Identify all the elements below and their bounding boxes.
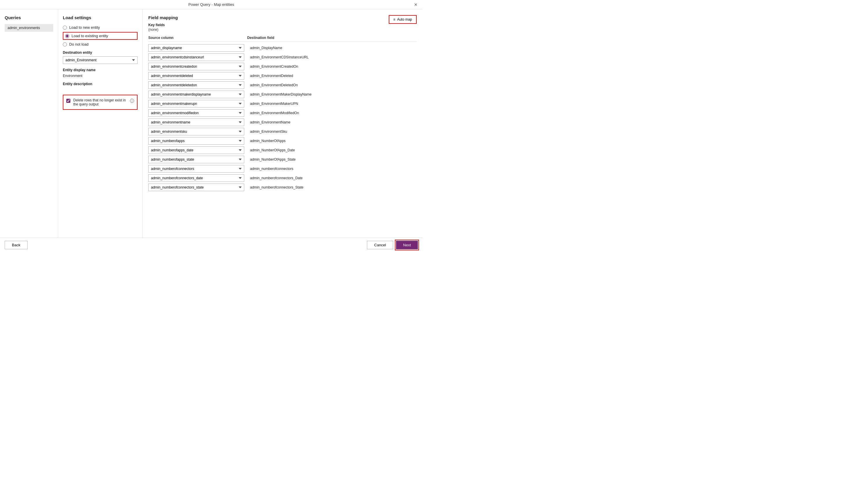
destination-field-7: admin_EnvironmentModifiedOn	[250, 111, 417, 115]
mapping-row: admin_environmentmakerdisplaynameadmin_E…	[148, 91, 417, 98]
window-title: Power Query - Map entities	[188, 2, 235, 7]
title-bar: Power Query - Map entities ✕	[0, 0, 422, 9]
mapping-row: admin_numberofconnectors_dateadmin_numbe…	[148, 174, 417, 182]
destination-field-8: admin_EnvironmentName	[250, 120, 417, 124]
source-select-8[interactable]: admin_environmentname	[148, 119, 244, 126]
queries-panel: Queries admin_environments	[0, 9, 58, 238]
mapping-row: admin_environmentdeletedadmin_Environmen…	[148, 72, 417, 79]
destination-field-11: admin_NumberOfApps_Date	[250, 148, 417, 152]
mapping-row: admin_environmentcreatedonadmin_Environm…	[148, 63, 417, 70]
load-new-entity-label: Load to new entity	[69, 25, 100, 30]
footer-right: Cancel Next	[367, 241, 418, 249]
mapping-row: admin_environmentdeletedonadmin_Environm…	[148, 81, 417, 89]
mapping-row: admin_numberofconnectors_stateadmin_numb…	[148, 184, 417, 191]
mapping-row: admin_numberofapps_stateadmin_NumberOfAp…	[148, 156, 417, 163]
source-column-header: Source column	[148, 36, 247, 40]
auto-map-icon: ≡	[393, 17, 395, 21]
delete-rows-info-icon[interactable]: i	[130, 99, 134, 103]
delete-rows-checkbox[interactable]	[66, 99, 70, 103]
queries-panel-title: Queries	[5, 15, 53, 20]
close-icon: ✕	[414, 2, 417, 7]
destination-field-10: admin_NumberOfApps	[250, 139, 417, 143]
source-select-2[interactable]: admin_environmentcreatedon	[148, 63, 244, 70]
destination-field-header: Destination field	[247, 36, 417, 40]
mapping-row: admin_numberofapps_dateadmin_NumberOfApp…	[148, 146, 417, 154]
destination-field-9: admin_EnvironmentSku	[250, 129, 417, 133]
load-settings-title: Load settings	[63, 15, 138, 20]
entity-display-name-value: Environment	[63, 74, 138, 78]
mapping-row: admin_environmentnameadmin_EnvironmentNa…	[148, 119, 417, 126]
source-select-14[interactable]: admin_numberofconnectors_date	[148, 174, 244, 182]
mapping-row: admin_numberofappsadmin_NumberOfApps	[148, 137, 417, 145]
destination-field-6: admin_EnvironmentMakerUPN	[250, 102, 417, 106]
destination-field-12: admin_NumberOfApps_State	[250, 158, 417, 162]
destination-field-15: admin_numberofconnectors_State	[250, 185, 417, 190]
destination-field-3: admin_EnvironmentDeleted	[250, 74, 417, 78]
close-button[interactable]: ✕	[409, 0, 422, 9]
do-not-load-label: Do not load	[69, 42, 89, 47]
source-select-1[interactable]: admin_environmentcdsinstanceurl	[148, 53, 244, 61]
delete-rows-section: Delete rows that no longer exist in the …	[63, 95, 138, 110]
mapping-row: admin_environmentmakerupnadmin_Environme…	[148, 100, 417, 107]
source-select-9[interactable]: admin_environmentsku	[148, 128, 244, 136]
mapping-row: admin_numberofconnectorsadmin_numberofco…	[148, 165, 417, 173]
source-select-4[interactable]: admin_environmentdeletedon	[148, 81, 244, 89]
source-select-13[interactable]: admin_numberofconnectors	[148, 165, 244, 173]
key-fields-value: (none)	[148, 28, 417, 32]
load-existing-entity-option[interactable]: Load to existing entity	[63, 32, 138, 40]
back-button[interactable]: Back	[5, 241, 28, 249]
mapping-row: admin_environmentcdsinstanceurladmin_Env…	[148, 53, 417, 61]
delete-rows-label: Delete rows that no longer exist in the …	[73, 98, 127, 106]
load-new-entity-radio[interactable]	[63, 25, 67, 30]
load-existing-entity-radio[interactable]	[65, 34, 69, 38]
load-settings-panel: Load settings Load to new entity Load to…	[58, 9, 142, 238]
mapping-header: Source column Destination field	[148, 36, 417, 42]
destination-field-13: admin_numberofconnectors	[250, 167, 417, 171]
destination-field-0: admin_DisplayName	[250, 46, 417, 50]
footer-left: Back	[5, 241, 28, 249]
field-mapping-panel: Field mapping Key fields (none) ≡ Auto m…	[142, 9, 422, 238]
source-select-11[interactable]: admin_numberofapps_date	[148, 146, 244, 154]
destination-field-4: admin_EnvironmentDeletedOn	[250, 83, 417, 87]
next-button[interactable]: Next	[396, 241, 418, 249]
do-not-load-radio[interactable]	[63, 42, 67, 47]
query-item[interactable]: admin_environments	[5, 24, 53, 32]
mapping-rows-container: admin_displaynameadmin_DisplayNameadmin_…	[148, 44, 417, 191]
source-select-5[interactable]: admin_environmentmakerdisplayname	[148, 91, 244, 98]
destination-field-2: admin_EnvironmentCreatedOn	[250, 65, 417, 69]
destination-entity-label: Destination entity	[63, 51, 138, 55]
source-select-7[interactable]: admin_environmentmodifiedon	[148, 109, 244, 117]
load-new-entity-option[interactable]: Load to new entity	[63, 25, 138, 30]
destination-field-1: admin_EnvironmentCDSInstanceURL	[250, 55, 417, 59]
entity-description-label: Entity description	[63, 82, 138, 86]
source-select-10[interactable]: admin_numberofapps	[148, 137, 244, 145]
destination-field-5: admin_EnvironmentMakerDisplayName	[250, 92, 417, 96]
mapping-row: admin_environmentmodifiedonadmin_Environ…	[148, 109, 417, 117]
source-select-0[interactable]: admin_displayname	[148, 44, 244, 52]
auto-map-button[interactable]: ≡ Auto map	[389, 15, 417, 24]
cancel-button[interactable]: Cancel	[367, 241, 393, 249]
destination-field-14: admin_numberofconnectors_Date	[250, 176, 417, 180]
destination-entity-select[interactable]: admin_Environment	[63, 56, 138, 64]
do-not-load-option[interactable]: Do not load	[63, 42, 138, 47]
field-mapping-title: Field mapping	[148, 15, 417, 20]
source-select-3[interactable]: admin_environmentdeleted	[148, 72, 244, 79]
source-select-6[interactable]: admin_environmentmakerupn	[148, 100, 244, 107]
entity-display-name-label: Entity display name	[63, 68, 138, 72]
load-existing-entity-label: Load to existing entity	[71, 34, 108, 38]
main-container: Queries admin_environments Load settings…	[0, 9, 422, 238]
mapping-row: admin_environmentskuadmin_EnvironmentSku	[148, 128, 417, 136]
source-select-12[interactable]: admin_numberofapps_state	[148, 156, 244, 163]
key-fields-label: Key fields	[148, 23, 417, 27]
source-select-15[interactable]: admin_numberofconnectors_state	[148, 184, 244, 191]
footer: Back Cancel Next	[0, 238, 422, 252]
mapping-row: admin_displaynameadmin_DisplayName	[148, 44, 417, 52]
auto-map-label: Auto map	[397, 17, 412, 21]
